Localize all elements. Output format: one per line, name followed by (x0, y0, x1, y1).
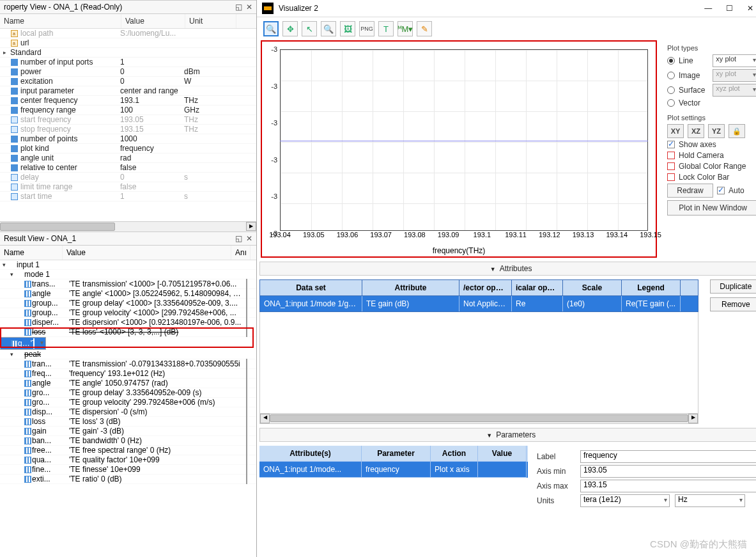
result-row[interactable]: gain'TE gain' -3 (dB) (0, 427, 256, 436)
text-tool-icon[interactable]: T (378, 21, 394, 36)
result-row[interactable]: gain'TE gain' <1000> [-3, -3, -3,...] (d… (0, 337, 46, 350)
property-row[interactable]: limit time rangefalse (0, 182, 256, 192)
result-row[interactable]: angle'TE angle' <1000> [3.052245962, 5.1… (0, 289, 256, 299)
png-export-icon[interactable]: PNG (359, 21, 374, 36)
close-icon[interactable]: ✕ (246, 3, 252, 12)
property-row[interactable]: number of points1000 (0, 134, 256, 144)
line-radio[interactable] (667, 57, 675, 65)
result-view-title: Result View - ONA_1 (4, 234, 76, 243)
matlab-export-icon[interactable]: ᴹM▾ (397, 21, 413, 36)
property-row[interactable]: delay0s (0, 173, 256, 182)
result-row[interactable]: exti...'TE ratio' 0 (dB) (0, 475, 256, 484)
label-input[interactable]: frequency (580, 450, 756, 463)
property-row[interactable]: excitation0W (0, 77, 256, 86)
property-rows[interactable]: alocal pathS:/luomeng/Lu...aurl▸Standard… (0, 29, 256, 221)
zoom-region-icon[interactable]: 🔍 (263, 21, 279, 36)
result-columns: Name Value Anı (0, 246, 256, 260)
redraw-button[interactable]: Redraw (667, 184, 713, 198)
visualizer-titlebar: Visualizer 2 — ☐ ✕ (257, 0, 756, 17)
axis-max-input[interactable]: 193.15 (580, 480, 756, 492)
property-hscroll[interactable]: ▶ (0, 221, 256, 231)
undock-icon[interactable]: ◱ (235, 234, 242, 243)
lock-colorbar-check[interactable] (667, 173, 675, 181)
plot-area[interactable]: -3-3-3-3-3-3 193.04193.05193.06193.07193… (261, 40, 657, 258)
maximize-button[interactable]: ☐ (726, 4, 733, 13)
result-row[interactable]: group...'TE group velocity' <1000> [299.… (0, 308, 256, 318)
property-row[interactable]: ▸Standard (0, 48, 256, 58)
undock-icon[interactable]: ◱ (235, 3, 242, 12)
watermark: CSDN @勤奋的大熊猫 (650, 538, 747, 551)
duplicate-button[interactable]: Duplicate (710, 279, 756, 294)
vector-radio[interactable] (667, 99, 675, 107)
result-row[interactable]: disp...'TE dispersion' -0 (s/m) (0, 407, 256, 417)
x-axis-label: frequency(THz) (433, 246, 486, 255)
result-row[interactable]: gro...'TE group delay' 3.335640952e-009 … (0, 388, 256, 398)
lock-button[interactable]: 🔒 (729, 124, 745, 138)
xy-button[interactable]: XY (667, 124, 684, 138)
property-row[interactable]: number of input ports1 (0, 58, 256, 67)
parameters-form: Labelfrequency Axis min193.05 Axis max19… (534, 446, 756, 512)
xz-button[interactable]: XZ (688, 124, 704, 138)
units-unit-select[interactable]: Hz (675, 494, 745, 507)
property-row[interactable]: power0dBm (0, 67, 256, 77)
image-radio[interactable] (667, 72, 675, 79)
result-rows[interactable]: ▾input 1▾mode 1trans...'TE transmission'… (0, 260, 256, 557)
hold-camera-check[interactable] (667, 152, 675, 159)
property-row[interactable]: input parametercenter and range (0, 86, 256, 96)
auto-check[interactable] (717, 187, 725, 194)
result-row[interactable]: ▾input 1 (0, 260, 256, 270)
result-row[interactable]: trans...'TE transmission' <1000> [-0.705… (0, 279, 256, 289)
zoom-reset-icon[interactable]: 🔍 (321, 21, 336, 36)
image-export-icon[interactable]: 🖼 (340, 21, 355, 36)
units-scale-select[interactable]: tera (1e12) (580, 494, 670, 507)
result-row[interactable]: tran...'TE transmission' -0.07913433188+… (0, 359, 256, 369)
property-row[interactable]: center frequency193.1THz (0, 96, 256, 106)
axis-min-input[interactable]: 193.05 (580, 465, 756, 478)
visualizer-title: Visualizer 2 (279, 4, 318, 13)
yz-button[interactable]: YZ (708, 124, 725, 138)
result-row[interactable]: loss'TE loss' <1000> [3, 3, 3,...] (dB) (0, 327, 256, 337)
show-axes-check[interactable] (667, 141, 675, 148)
plot-new-window-button[interactable]: Plot in New Window (667, 200, 756, 216)
cursor-icon[interactable]: ↖ (302, 21, 317, 36)
app-logo-icon (262, 3, 274, 14)
minimize-button[interactable]: — (704, 4, 712, 13)
property-row[interactable]: relative to centerfalse (0, 163, 256, 173)
edit-icon[interactable]: ✎ (417, 21, 432, 36)
property-row[interactable]: alocal pathS:/luomeng/Lu... (0, 29, 256, 38)
result-row[interactable]: angle'TE angle' 1050.974757 (rad) (0, 379, 256, 388)
property-row[interactable]: start frequency193.05THz (0, 115, 256, 125)
result-row[interactable]: loss'TE loss' 3 (dB) (0, 417, 256, 427)
pan-icon[interactable]: ✥ (282, 21, 298, 36)
property-row[interactable]: stop frequency193.15THz (0, 125, 256, 134)
result-row[interactable]: disper...'TE dispersion' <1000> [0.92134… (0, 318, 256, 327)
result-row[interactable]: group...'TE group delay' <1000> [3.33564… (0, 299, 256, 308)
result-row[interactable]: ▾mode 1 (0, 270, 256, 279)
result-row[interactable]: ban...'TE bandwidth' 0 (Hz) (0, 436, 256, 446)
property-row[interactable]: aurl (0, 38, 256, 48)
property-row[interactable]: start time1s (0, 192, 256, 201)
result-row[interactable]: free...'TE free spectral range' 0 (Hz) (0, 446, 256, 455)
result-row[interactable]: ▾peak (0, 350, 256, 359)
line-plot-select[interactable]: xy plot (713, 54, 756, 67)
parameters-table[interactable]: Attribute(s)Parameter ActionValue ONA_1:… (259, 446, 528, 512)
result-row[interactable]: gro...'TE group velocity' 299.792458e+00… (0, 398, 256, 407)
property-row[interactable]: plot kindfrequency (0, 144, 256, 153)
attributes-table[interactable]: Data setAttribute /ector operatioricalar… (259, 279, 698, 312)
close-icon[interactable]: ✕ (246, 234, 252, 243)
surface-radio[interactable] (667, 86, 675, 94)
result-row[interactable]: fine...'TE finesse' 10e+099 (0, 465, 256, 475)
parameters-row[interactable]: ONA_1:input 1/mode...frequency Plot x ax… (259, 462, 528, 478)
global-color-check[interactable] (667, 162, 675, 170)
property-row[interactable]: angle unitrad (0, 153, 256, 163)
close-button[interactable]: ✕ (747, 4, 753, 13)
parameters-section-header[interactable]: Parameters (259, 428, 756, 442)
surface-plot-select: xyz plot (713, 84, 756, 97)
result-row[interactable]: qua...'TE quality factor' 10e+099 (0, 455, 256, 465)
attributes-section-header[interactable]: Attributes (259, 262, 756, 276)
remove-button[interactable]: Remove (710, 297, 756, 311)
property-row[interactable]: frequency range100GHz (0, 106, 256, 115)
attributes-row[interactable]: ONA_1:input 1/mode 1/gainTE gain (dB) No… (260, 296, 698, 311)
result-row[interactable]: freq...'frequency' 193.1e+012 (Hz) (0, 369, 256, 379)
attr-hscroll[interactable]: ◀▶ (260, 413, 698, 423)
